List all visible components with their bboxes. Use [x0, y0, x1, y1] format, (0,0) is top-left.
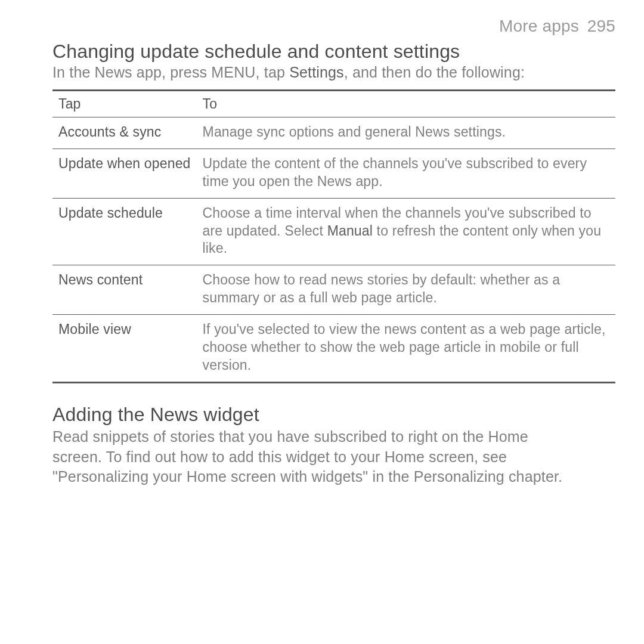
row-to: Update the content of the channels you'v…	[197, 148, 615, 198]
table-row: Mobile view If you've selected to view t…	[52, 315, 615, 383]
th-to: To	[197, 91, 615, 117]
row-tap: Accounts & sync	[52, 117, 197, 149]
settings-table: Tap To Accounts & sync Manage sync optio…	[52, 89, 615, 383]
row-tap: Update schedule	[52, 198, 197, 265]
intro-strong: Settings	[289, 64, 344, 80]
row-to-before: Choose how to read news stories by defau…	[203, 272, 561, 305]
page-number: 295	[587, 17, 615, 35]
section-title-update-settings: Changing update schedule and content set…	[52, 41, 615, 63]
table-row: News content Choose how to read news sto…	[52, 265, 615, 315]
table-row: Update schedule Choose a time interval w…	[52, 198, 615, 265]
table-header-row: Tap To	[52, 91, 615, 117]
row-to-before: Manage sync options and general News set…	[203, 124, 506, 140]
row-to: Choose a time interval when the channels…	[197, 198, 615, 265]
header-label: More apps	[499, 17, 579, 35]
page-header: More apps 295	[52, 17, 615, 36]
section-intro: In the News app, press MENU, tap Setting…	[52, 64, 615, 81]
row-to-strong: Manual	[327, 223, 373, 239]
th-tap: Tap	[52, 91, 197, 117]
row-tap: News content	[52, 265, 197, 315]
row-to: Choose how to read news stories by defau…	[197, 265, 615, 315]
table-row: Update when opened Update the content of…	[52, 148, 615, 198]
row-tap: Update when opened	[52, 148, 197, 198]
row-to-before: Update the content of the channels you'v…	[203, 156, 587, 189]
row-to: Manage sync options and general News set…	[197, 117, 615, 149]
intro-after: , and then do the following:	[344, 64, 525, 80]
section-body: Read snippets of stories that you have s…	[52, 427, 577, 487]
row-tap: Mobile view	[52, 315, 197, 383]
row-to: If you've selected to view the news cont…	[197, 315, 615, 383]
table-row: Accounts & sync Manage sync options and …	[52, 117, 615, 149]
section-title-news-widget: Adding the News widget	[52, 404, 615, 426]
row-to-before: If you've selected to view the news cont…	[203, 321, 606, 373]
intro-before: In the News app, press MENU, tap	[52, 64, 289, 80]
section-news-widget: Adding the News widget Read snippets of …	[52, 404, 615, 487]
